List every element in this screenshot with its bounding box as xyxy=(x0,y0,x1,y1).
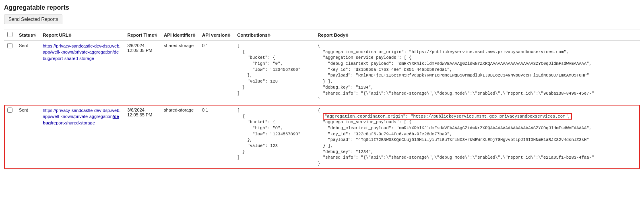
row1-checkbox[interactable] xyxy=(7,43,12,48)
col-api-ver-header: API version⇅ xyxy=(199,29,234,41)
row2-contributions: [ { "bucket": { "high": "0", "low": "123… xyxy=(234,105,314,169)
row1-contributions: [ { "bucket": { "high": "0", "low": "123… xyxy=(234,41,314,105)
row1-checkbox-cell[interactable] xyxy=(4,41,16,105)
col-api-id-header: API identifier⇅ xyxy=(161,29,199,41)
highlighted-body-line: "aggregation_coordinator_origin": "https… xyxy=(323,113,572,120)
row2-time: 3/6/2024, 12:05:35 PM xyxy=(124,105,161,169)
api-id-sort-icon[interactable]: ⇅ xyxy=(192,33,196,37)
col-time-header: Report Time⇅ xyxy=(124,29,161,41)
send-selected-button[interactable]: Send Selected Reports xyxy=(4,14,62,24)
row1-url: https://privacy-sandcastle-dev-dsp.web.a… xyxy=(39,41,124,105)
col-url-header: Report URL⇅ xyxy=(39,29,124,41)
table-row: Sent https://privacy-sandcastle-dev-dsp.… xyxy=(4,105,640,169)
row2-checkbox[interactable] xyxy=(7,108,12,113)
table-body: Sent https://privacy-sandcastle-dev-dsp.… xyxy=(4,41,640,170)
col-status-header: Status⇅ xyxy=(16,29,39,41)
row2-checkbox-cell[interactable] xyxy=(4,105,16,169)
page-title: Aggregatable reports xyxy=(4,4,640,11)
status-sort-icon[interactable]: ⇅ xyxy=(33,33,36,37)
col-checkbox-header[interactable] xyxy=(4,29,16,41)
table-header-row: Status⇅ Report URL⇅ Report Time⇅ API ide… xyxy=(4,29,640,41)
row2-status: Sent xyxy=(16,105,39,169)
row1-api-ver: 0.1 xyxy=(199,41,234,105)
col-body-header: Report Body⇅ xyxy=(314,29,640,41)
row1-body: { "aggregation_coordinator_origin": "htt… xyxy=(314,41,640,105)
time-sort-icon[interactable]: ⇅ xyxy=(154,33,157,37)
row1-api-id: shared-storage xyxy=(161,41,199,105)
row2-url: https://privacy-sandcastle-dev-dsp.web.a… xyxy=(39,105,124,169)
api-ver-sort-icon[interactable]: ⇅ xyxy=(227,33,231,37)
select-all-checkbox[interactable] xyxy=(7,32,12,37)
table-row: Sent https://privacy-sandcastle-dev-dsp.… xyxy=(4,41,640,105)
contrib-sort-icon[interactable]: ⇅ xyxy=(268,33,271,37)
row2-api-ver: 0.1 xyxy=(199,105,234,169)
reports-table: Status⇅ Report URL⇅ Report Time⇅ API ide… xyxy=(4,29,640,170)
row2-api-id: shared-storage xyxy=(161,105,199,169)
body-sort-icon[interactable]: ⇅ xyxy=(345,33,349,37)
col-contributions-header: Contributions⇅ xyxy=(234,29,314,41)
url-sort-icon[interactable]: ⇅ xyxy=(68,33,72,37)
row1-status: Sent xyxy=(16,41,39,105)
row1-time: 3/6/2024, 12:05:35 PM xyxy=(124,41,161,105)
row2-body: { "aggregation_coordinator_origin": "htt… xyxy=(314,105,640,169)
